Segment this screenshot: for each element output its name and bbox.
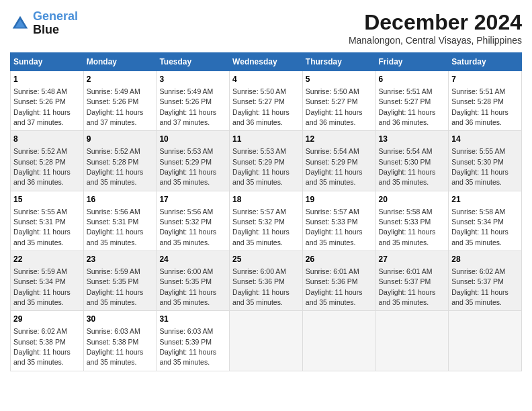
calendar-cell: 12Sunrise: 5:54 AMSunset: 5:29 PMDayligh… xyxy=(302,131,375,191)
day-number: 23 xyxy=(87,254,154,265)
calendar-cell: 14Sunrise: 5:55 AMSunset: 5:30 PMDayligh… xyxy=(449,131,522,191)
calendar-cell: 3Sunrise: 5:49 AMSunset: 5:26 PMDaylight… xyxy=(157,71,230,131)
calendar-header: Sunday Monday Tuesday Wednesday Thursday… xyxy=(11,53,522,71)
calendar-body: 1Sunrise: 5:48 AMSunset: 5:26 PMDaylight… xyxy=(11,71,522,371)
header-saturday: Saturday xyxy=(449,53,522,71)
calendar-cell: 29Sunrise: 6:02 AMSunset: 5:38 PMDayligh… xyxy=(11,311,84,371)
calendar-cell: 28Sunrise: 6:02 AMSunset: 5:37 PMDayligh… xyxy=(449,251,522,311)
day-info: Sunrise: 5:57 AMSunset: 5:33 PMDaylight:… xyxy=(306,208,363,246)
day-number: 6 xyxy=(379,74,446,85)
day-info: Sunrise: 5:58 AMSunset: 5:34 PMDaylight:… xyxy=(451,208,508,246)
calendar-cell: 7Sunrise: 5:51 AMSunset: 5:28 PMDaylight… xyxy=(449,71,522,131)
day-info: Sunrise: 5:59 AMSunset: 5:35 PMDaylight:… xyxy=(87,267,144,306)
calendar-week-1: 1Sunrise: 5:48 AMSunset: 5:26 PMDaylight… xyxy=(11,71,522,131)
day-number: 28 xyxy=(451,254,519,265)
calendar-cell: 11Sunrise: 5:53 AMSunset: 5:29 PMDayligh… xyxy=(230,131,303,191)
day-info: Sunrise: 5:55 AMSunset: 5:31 PMDaylight:… xyxy=(13,208,71,246)
calendar-cell: 23Sunrise: 5:59 AMSunset: 5:35 PMDayligh… xyxy=(83,251,157,311)
calendar-cell: 20Sunrise: 5:58 AMSunset: 5:33 PMDayligh… xyxy=(375,191,449,250)
day-info: Sunrise: 6:01 AMSunset: 5:36 PMDaylight:… xyxy=(306,267,363,306)
calendar-cell: 25Sunrise: 6:00 AMSunset: 5:36 PMDayligh… xyxy=(230,251,303,311)
day-info: Sunrise: 6:00 AMSunset: 5:35 PMDaylight:… xyxy=(159,267,216,306)
day-info: Sunrise: 5:56 AMSunset: 5:32 PMDaylight:… xyxy=(159,208,216,246)
header-tuesday: Tuesday xyxy=(157,53,230,71)
day-number: 12 xyxy=(306,134,373,145)
day-number: 1 xyxy=(13,74,81,85)
day-number: 31 xyxy=(159,314,226,325)
day-info: Sunrise: 5:49 AMSunset: 5:26 PMDaylight:… xyxy=(87,87,144,126)
day-number: 21 xyxy=(451,194,519,205)
calendar-cell: 8Sunrise: 5:52 AMSunset: 5:28 PMDaylight… xyxy=(11,131,84,191)
day-info: Sunrise: 5:54 AMSunset: 5:29 PMDaylight:… xyxy=(306,147,363,186)
day-number: 14 xyxy=(451,134,519,145)
header-friday: Friday xyxy=(375,53,449,71)
day-info: Sunrise: 5:53 AMSunset: 5:29 PMDaylight:… xyxy=(232,147,290,186)
day-number: 5 xyxy=(306,74,373,85)
day-info: Sunrise: 5:51 AMSunset: 5:28 PMDaylight:… xyxy=(451,87,508,126)
day-number: 19 xyxy=(306,194,373,205)
header-sunday: Sunday xyxy=(11,53,84,71)
day-info: Sunrise: 5:51 AMSunset: 5:27 PMDaylight:… xyxy=(379,87,436,126)
day-info: Sunrise: 5:58 AMSunset: 5:33 PMDaylight:… xyxy=(379,208,436,246)
calendar-cell xyxy=(375,311,449,371)
day-info: Sunrise: 5:50 AMSunset: 5:27 PMDaylight:… xyxy=(306,87,363,126)
logo-icon xyxy=(10,13,30,34)
day-number: 20 xyxy=(379,194,446,205)
day-number: 10 xyxy=(159,134,226,145)
calendar-cell: 4Sunrise: 5:50 AMSunset: 5:27 PMDaylight… xyxy=(230,71,303,131)
header-thursday: Thursday xyxy=(302,53,375,71)
day-number: 18 xyxy=(232,194,300,205)
calendar-cell: 2Sunrise: 5:49 AMSunset: 5:26 PMDaylight… xyxy=(83,71,157,131)
day-number: 25 xyxy=(232,254,300,265)
day-info: Sunrise: 5:54 AMSunset: 5:30 PMDaylight:… xyxy=(379,147,436,186)
calendar-cell: 5Sunrise: 5:50 AMSunset: 5:27 PMDaylight… xyxy=(302,71,375,131)
day-info: Sunrise: 6:00 AMSunset: 5:36 PMDaylight:… xyxy=(232,267,290,306)
day-number: 2 xyxy=(87,74,154,85)
header-wednesday: Wednesday xyxy=(230,53,303,71)
calendar-cell: 10Sunrise: 5:53 AMSunset: 5:29 PMDayligh… xyxy=(157,131,230,191)
day-number: 17 xyxy=(159,194,226,205)
main-title: December 2024 xyxy=(349,10,522,35)
calendar-cell: 22Sunrise: 5:59 AMSunset: 5:34 PMDayligh… xyxy=(11,251,84,311)
day-number: 26 xyxy=(306,254,373,265)
day-info: Sunrise: 6:02 AMSunset: 5:38 PMDaylight:… xyxy=(13,327,71,366)
calendar-cell: 31Sunrise: 6:03 AMSunset: 5:39 PMDayligh… xyxy=(157,311,230,371)
day-number: 15 xyxy=(13,194,81,205)
calendar-cell: 9Sunrise: 5:52 AMSunset: 5:28 PMDaylight… xyxy=(83,131,157,191)
logo-text: General Blue xyxy=(33,10,78,37)
subtitle: Manalongon, Central Visayas, Philippines xyxy=(349,35,522,46)
day-info: Sunrise: 6:01 AMSunset: 5:37 PMDaylight:… xyxy=(379,267,436,306)
day-number: 11 xyxy=(232,134,300,145)
calendar-cell: 30Sunrise: 6:03 AMSunset: 5:38 PMDayligh… xyxy=(83,311,157,371)
calendar-table: Sunday Monday Tuesday Wednesday Thursday… xyxy=(10,52,522,371)
page-header: General Blue December 2024 Manalongon, C… xyxy=(10,10,522,46)
calendar-cell: 6Sunrise: 5:51 AMSunset: 5:27 PMDaylight… xyxy=(375,71,449,131)
day-info: Sunrise: 6:02 AMSunset: 5:37 PMDaylight:… xyxy=(451,267,508,306)
day-info: Sunrise: 5:59 AMSunset: 5:34 PMDaylight:… xyxy=(13,267,71,306)
day-info: Sunrise: 6:03 AMSunset: 5:38 PMDaylight:… xyxy=(87,327,144,366)
day-number: 27 xyxy=(379,254,446,265)
day-number: 8 xyxy=(13,134,81,145)
calendar-cell: 24Sunrise: 6:00 AMSunset: 5:35 PMDayligh… xyxy=(157,251,230,311)
day-number: 3 xyxy=(159,74,226,85)
day-info: Sunrise: 5:48 AMSunset: 5:26 PMDaylight:… xyxy=(13,87,71,126)
day-info: Sunrise: 5:57 AMSunset: 5:32 PMDaylight:… xyxy=(232,208,290,246)
day-number: 9 xyxy=(87,134,154,145)
calendar-cell: 13Sunrise: 5:54 AMSunset: 5:30 PMDayligh… xyxy=(375,131,449,191)
calendar-cell: 15Sunrise: 5:55 AMSunset: 5:31 PMDayligh… xyxy=(11,191,84,250)
day-number: 22 xyxy=(13,254,81,265)
logo: General Blue xyxy=(10,10,78,37)
calendar-week-5: 29Sunrise: 6:02 AMSunset: 5:38 PMDayligh… xyxy=(11,311,522,371)
day-info: Sunrise: 5:56 AMSunset: 5:31 PMDaylight:… xyxy=(87,208,144,246)
calendar-week-2: 8Sunrise: 5:52 AMSunset: 5:28 PMDaylight… xyxy=(11,131,522,191)
day-info: Sunrise: 5:55 AMSunset: 5:30 PMDaylight:… xyxy=(451,147,508,186)
calendar-cell: 16Sunrise: 5:56 AMSunset: 5:31 PMDayligh… xyxy=(83,191,157,250)
day-info: Sunrise: 5:53 AMSunset: 5:29 PMDaylight:… xyxy=(159,147,216,186)
day-number: 24 xyxy=(159,254,226,265)
day-info: Sunrise: 5:50 AMSunset: 5:27 PMDaylight:… xyxy=(232,87,290,126)
header-row: Sunday Monday Tuesday Wednesday Thursday… xyxy=(11,53,522,71)
header-monday: Monday xyxy=(83,53,157,71)
day-number: 30 xyxy=(87,314,154,325)
day-number: 7 xyxy=(451,74,519,85)
day-number: 16 xyxy=(87,194,154,205)
